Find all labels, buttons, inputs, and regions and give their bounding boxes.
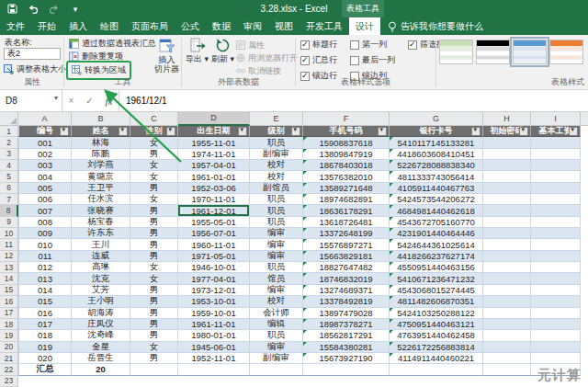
cell[interactable]: [531, 194, 581, 205]
row-header-4[interactable]: 4: [0, 160, 18, 171]
cell[interactable]: 15576897271: [303, 239, 390, 250]
cell[interactable]: [483, 171, 531, 182]
cell[interactable]: [581, 285, 588, 296]
cell[interactable]: 020: [18, 353, 72, 364]
unlink-button[interactable]: 取消链接: [236, 65, 281, 76]
cell[interactable]: 刘学燕: [72, 160, 130, 171]
cell[interactable]: [531, 228, 581, 239]
cell[interactable]: 13372648199: [303, 228, 390, 239]
filter-dropdown-icon[interactable]: [238, 127, 247, 136]
filter-dropdown-icon[interactable]: [519, 127, 528, 136]
cell[interactable]: [581, 262, 588, 273]
filter-dropdown-icon[interactable]: [60, 127, 69, 136]
cell[interactable]: 5424103250288122: [390, 308, 483, 319]
cell[interactable]: 18987378271: [303, 319, 390, 330]
name-box-dropdown-icon[interactable]: ▾: [54, 94, 58, 102]
cell[interactable]: 编审: [250, 285, 303, 296]
row-header-12[interactable]: 12: [0, 251, 18, 262]
cell[interactable]: 编辑: [250, 319, 303, 330]
cell[interactable]: 高琳: [72, 262, 130, 273]
cell[interactable]: 校对: [250, 171, 303, 182]
cell[interactable]: [483, 285, 531, 296]
total-row-cell[interactable]: [390, 364, 483, 375]
total-row-cell[interactable]: [250, 364, 303, 375]
tab-ribbon-2[interactable]: 插入: [62, 17, 94, 35]
cell[interactable]: 校对: [250, 296, 303, 307]
filter-dropdown-icon[interactable]: [471, 127, 481, 136]
cell[interactable]: 5410117145133281: [390, 137, 483, 148]
cancel-icon[interactable]: ×: [68, 96, 74, 106]
cell[interactable]: 职员: [250, 217, 303, 228]
column-header-D[interactable]: D: [178, 112, 250, 126]
column-header-A[interactable]: A: [18, 112, 72, 126]
cell[interactable]: 005: [18, 183, 72, 194]
cell[interactable]: 馆员: [250, 273, 303, 284]
cell[interactable]: [178, 376, 250, 387]
cell[interactable]: 012: [18, 262, 72, 273]
table-header-cell[interactable]: 姓名: [72, 126, 130, 137]
resize-table-button[interactable]: 调整表格大小: [4, 63, 66, 74]
cell[interactable]: 职员: [250, 330, 303, 341]
cell[interactable]: 5424644361025614: [390, 239, 483, 250]
cell[interactable]: [483, 228, 531, 239]
column-header-G[interactable]: G: [390, 112, 483, 126]
cell[interactable]: 4811333743056414: [390, 171, 483, 182]
cell[interactable]: [531, 353, 581, 364]
cell[interactable]: [531, 273, 581, 284]
cell[interactable]: 4543672705160770: [390, 217, 483, 228]
cell[interactable]: [483, 137, 531, 148]
cell[interactable]: 编审: [250, 342, 303, 353]
cell[interactable]: 008: [18, 217, 72, 228]
cell[interactable]: 4105911440467763: [390, 183, 483, 194]
cell[interactable]: 5226172256883814: [390, 342, 483, 353]
cell[interactable]: 男: [130, 228, 178, 239]
cell[interactable]: [483, 330, 531, 341]
filter-dropdown-icon[interactable]: [119, 127, 128, 136]
cell[interactable]: [531, 137, 581, 148]
row-header-14[interactable]: 14: [0, 273, 18, 284]
cell[interactable]: 庄凤仪: [72, 319, 130, 330]
total-row-cell[interactable]: [130, 364, 178, 375]
tab-ribbon-1[interactable]: 开始: [31, 17, 62, 35]
table-style-orange[interactable]: [549, 40, 583, 64]
cell[interactable]: 18974682891: [303, 194, 390, 205]
cell[interactable]: 陈鹏: [72, 149, 130, 160]
cell[interactable]: 编审: [250, 228, 303, 239]
style-option-1-0[interactable]: 第一列: [350, 39, 395, 51]
total-row-cell[interactable]: [303, 364, 390, 375]
cell[interactable]: 男: [130, 330, 178, 341]
cell[interactable]: [483, 308, 531, 319]
cell[interactable]: 编审: [250, 239, 303, 250]
cell[interactable]: 15584380281: [303, 342, 390, 353]
tell-me-box[interactable]: 告诉我你想要做什么: [380, 17, 491, 35]
cell[interactable]: 男: [130, 353, 178, 364]
cell[interactable]: [18, 376, 72, 387]
cell[interactable]: 13576382010: [303, 171, 390, 182]
row-header-21[interactable]: 21: [0, 353, 18, 364]
row-header-5[interactable]: 5: [0, 171, 18, 182]
cell[interactable]: 18746832019: [303, 273, 390, 284]
table-header-cell[interactable]: 手机号码: [303, 126, 390, 137]
cell[interactable]: [581, 376, 588, 387]
tab-ribbon-4[interactable]: 页面布局: [125, 17, 175, 35]
row-header-8[interactable]: 8: [0, 205, 18, 216]
cell[interactable]: [483, 273, 531, 284]
cell[interactable]: [303, 376, 390, 387]
table-properties-button[interactable]: 属性: [236, 40, 265, 51]
cell[interactable]: [390, 376, 483, 387]
row-header-7[interactable]: 7: [0, 194, 18, 205]
cell[interactable]: 女: [130, 171, 178, 182]
tab-ribbon-7[interactable]: 审阅: [237, 17, 268, 35]
table-header-cell[interactable]: 性别: [130, 126, 178, 137]
cell[interactable]: 许东东: [72, 228, 130, 239]
row-header-15[interactable]: 15: [0, 285, 18, 296]
cell[interactable]: 5226728088838340: [390, 160, 483, 171]
tab-design[interactable]: 设计: [349, 17, 380, 35]
cell[interactable]: [483, 262, 531, 273]
cell[interactable]: 1974-11-01: [178, 149, 250, 160]
tab-ribbon-5[interactable]: 公式: [175, 17, 206, 35]
cell[interactable]: [483, 251, 531, 262]
row-header-18[interactable]: 18: [0, 319, 18, 330]
cell[interactable]: 1973-12-01: [178, 285, 250, 296]
cell[interactable]: 4550951440463156: [390, 262, 483, 273]
